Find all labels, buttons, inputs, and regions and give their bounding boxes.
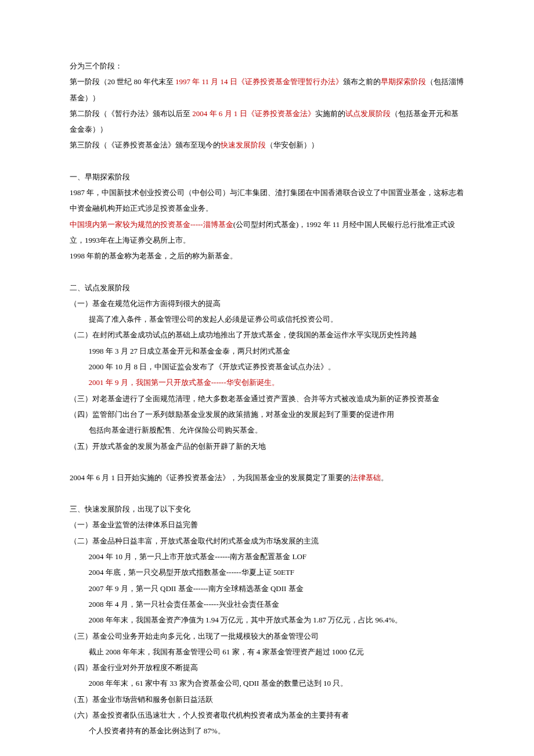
section-3-item-1: （一）基金业监管的法律体系日益完善 <box>70 517 464 532</box>
section-2-conclusion-a: 2004 年 6 月 1 日开始实施的《证券投资基金法》，为我国基金业的发展奠定… <box>70 473 351 482</box>
section-3-item-2-sub-5: 2008 年年末，我国基金资产净值为 1.94 万亿元，其中开放式基金为 1.8… <box>70 612 464 628</box>
section-2-item-4-sub: 包括向基金进行新股配售、允许保险公司购买基金。 <box>70 422 464 438</box>
section-3-item-2-sub-2: 2004 年底，第一只交易型开放式指数基金------华夏上证 50ETF <box>70 564 464 580</box>
section-2-conclusion-highlight: 法律基础 <box>351 473 381 482</box>
stage-3: 第三阶段（《证券投资基金法》颁布至现今的快速发展阶段（华安创新）） <box>70 137 464 153</box>
section-1-para-2: 中国境内第一家较为规范的投资基金-----淄博基金(公司型封闭式基金)，1992… <box>70 217 464 249</box>
stage-1-prefix: 第一阶段（20 世纪 80 年代末至 <box>70 77 175 86</box>
stage-3-suffix: （华安创新）） <box>266 141 319 149</box>
stage-1: 第一阶段（20 世纪 80 年代末至 1997 年 11 月 14 日《证券投资… <box>70 74 464 106</box>
section-2-item-2: （二）在封闭式基金成功试点的基础上成功地推出了开放式基金，使我国的基金运作水平实… <box>70 327 464 343</box>
stage-3-name: 快速发展阶段 <box>221 141 266 149</box>
section-3-item-2-sub-3: 2007 年 9 月，第一只 QDII 基金------南方全球精选基金 QDI… <box>70 581 464 596</box>
stage-2-prefix: 第二阶段（《暂行办法》颁布以后至 <box>70 109 192 118</box>
section-3-item-2-sub-4: 2008 年 4 月，第一只社会责任基金------兴业社会责任基金 <box>70 596 464 612</box>
section-3-item-5: （五）基金业市场营销和服务创新日益活跃 <box>70 692 464 707</box>
section-2-item-2-sub-1: 1998 年 3 月 27 日成立基金开元和基金金泰，两只封闭式基金 <box>70 343 464 359</box>
stage-1-law: 1997 年 11 月 14 日《证券投资基金管理暂行办法》 <box>175 77 343 86</box>
section-3-item-2: （二）基金品种日益丰富，开放式基金取代封闭式基金成为市场发展的主流 <box>70 533 464 549</box>
section-3-title: 三、快速发展阶段，出现了以下变化 <box>70 501 464 517</box>
section-2-item-1-sub: 提高了准入条件，基金管理公司的发起人必须是证券公司或信托投资公司。 <box>70 311 464 327</box>
section-2-item-2-sub-2: 2000 年 10 月 8 日，中国证监会发布了《开放式证券投资基金试点办法》。 <box>70 359 464 375</box>
stage-2-law: 2004 年 6 月 1 日《证券投资基金法》 <box>192 109 315 118</box>
section-2-item-4: （四）监管部门出台了一系列鼓励基金业发展的政策措施，对基金业的发展起到了重要的促… <box>70 406 464 422</box>
section-2-item-2-sub-3: 2001 年 9 月，我国第一只开放式基金------华安创新诞生。 <box>70 375 464 390</box>
section-3-item-2-sub-1: 2004 年 10 月，第一只上市开放式基金------南方基金配置基金 LOF <box>70 549 464 564</box>
section-2-item-5: （五）开放式基金的发展为基金产品的创新开辟了新的天地 <box>70 438 464 454</box>
section-1-para-3: 1998 年前的基金称为老基金，之后的称为新基金。 <box>70 248 464 264</box>
section-3-item-6-sub: 个人投资者持有的基金比例达到了 87%。 <box>70 723 464 739</box>
section-2-conclusion: 2004 年 6 月 1 日开始实施的《证券投资基金法》，为我国基金业的发展奠定… <box>70 470 464 485</box>
stage-1-mid: 颁布之前的 <box>343 77 381 86</box>
stage-2-mid: 实施前的 <box>315 109 345 118</box>
stage-3-prefix: 第三阶段（《证券投资基金法》颁布至现今的 <box>70 141 221 149</box>
intro-line: 分为三个阶段： <box>70 58 464 74</box>
section-2-item-1: （一）基金在规范化运作方面得到很大的提高 <box>70 296 464 311</box>
section-3-item-4-sub: 2008 年年末，61 家中有 33 家为合资基金公司, QDII 基金的数量已… <box>70 675 464 691</box>
section-3-item-6: （六）基金投资者队伍迅速壮大，个人投资者取代机构投资者成为基金的主要持有者 <box>70 707 464 723</box>
section-2-title: 二、试点发展阶段 <box>70 280 464 296</box>
section-1-para-1: 1987 年，中国新技术创业投资公司（中创公司）与汇丰集团、渣打集团在中国香港联… <box>70 185 464 217</box>
section-3-item-4: （四）基金行业对外开放程度不断提高 <box>70 660 464 675</box>
stage-2-name: 试点发展阶段 <box>345 109 391 118</box>
section-3-item-3: （三）基金公司业务开始走向多元化，出现了一批规模较大的基金管理公司 <box>70 628 464 644</box>
stage-1-name: 早期探索阶段 <box>381 77 426 86</box>
section-2-conclusion-c: 。 <box>381 473 388 482</box>
zibo-fund-highlight: 中国境内第一家较为规范的投资基金-----淄博基金 <box>70 220 233 229</box>
stage-2: 第二阶段（《暂行办法》颁布以后至 2004 年 6 月 1 日《证券投资基金法》… <box>70 106 464 138</box>
section-1-title: 一、早期探索阶段 <box>70 169 464 185</box>
section-2-item-3: （三）对老基金进行了全面规范清理，绝大多数老基金通过资产置换、合并等方式被改造成… <box>70 391 464 406</box>
section-3-item-3-sub: 截止 2008 年年末，我国有基金管理公司 61 家，有 4 家基金管理资产超过… <box>70 644 464 660</box>
